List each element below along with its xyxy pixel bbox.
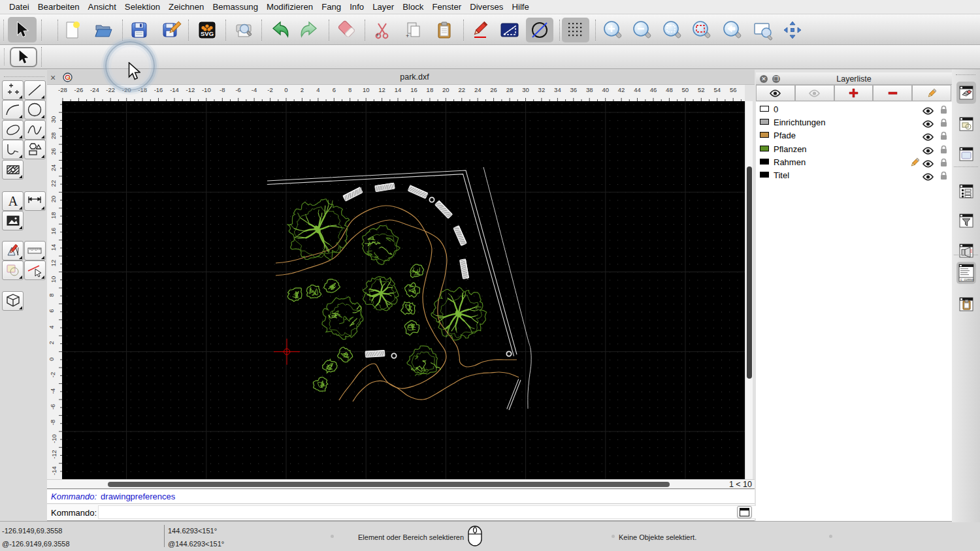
svg-text:+: + <box>376 32 379 39</box>
svg-text:SVG: SVG <box>201 30 214 37</box>
svg-text:A: A <box>8 194 18 208</box>
svg-text:+: + <box>406 33 409 39</box>
svg-text:c command: c command <box>960 278 974 281</box>
